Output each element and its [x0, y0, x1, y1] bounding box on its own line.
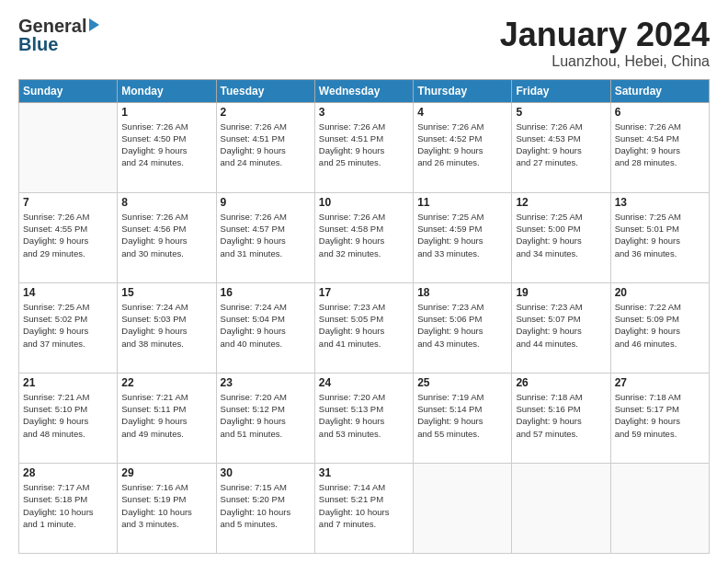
day-number: 10 [319, 196, 409, 209]
calendar-week-2: 7Sunrise: 7:26 AM Sunset: 4:55 PM Daylig… [19, 192, 710, 282]
day-number: 16 [221, 286, 311, 299]
day-info: Sunrise: 7:20 AM Sunset: 5:13 PM Dayligh… [319, 391, 409, 440]
calendar-title: January 2024 [500, 17, 710, 53]
calendar-cell: 27Sunrise: 7:18 AM Sunset: 5:17 PM Dayli… [610, 373, 709, 463]
calendar-cell: 20Sunrise: 7:22 AM Sunset: 5:09 PM Dayli… [610, 282, 709, 373]
calendar-header-row: SundayMondayTuesdayWednesdayThursdayFrid… [19, 79, 710, 102]
day-number: 14 [23, 286, 113, 299]
calendar-cell: 25Sunrise: 7:19 AM Sunset: 5:14 PM Dayli… [414, 373, 512, 463]
logo: General Blue [18, 17, 99, 53]
calendar-cell: 23Sunrise: 7:20 AM Sunset: 5:12 PM Dayli… [216, 373, 314, 463]
calendar-cell: 2Sunrise: 7:26 AM Sunset: 4:51 PM Daylig… [216, 102, 314, 192]
day-info: Sunrise: 7:26 AM Sunset: 4:58 PM Dayligh… [319, 211, 409, 259]
calendar-cell: 9Sunrise: 7:26 AM Sunset: 4:57 PM Daylig… [216, 192, 314, 282]
day-number: 8 [121, 196, 211, 209]
day-info: Sunrise: 7:21 AM Sunset: 5:11 PM Dayligh… [121, 391, 211, 440]
calendar-cell: 8Sunrise: 7:26 AM Sunset: 4:56 PM Daylig… [118, 192, 216, 282]
calendar-cell: 24Sunrise: 7:20 AM Sunset: 5:13 PM Dayli… [314, 373, 413, 463]
day-number: 13 [615, 196, 705, 209]
calendar-cell: 17Sunrise: 7:23 AM Sunset: 5:05 PM Dayli… [314, 282, 413, 373]
day-info: Sunrise: 7:23 AM Sunset: 5:07 PM Dayligh… [516, 301, 606, 350]
calendar-cell: 14Sunrise: 7:25 AM Sunset: 5:02 PM Dayli… [19, 282, 118, 373]
day-number: 7 [23, 196, 113, 209]
calendar-header-wednesday: Wednesday [314, 79, 413, 102]
day-info: Sunrise: 7:24 AM Sunset: 5:03 PM Dayligh… [121, 301, 211, 350]
day-info: Sunrise: 7:22 AM Sunset: 5:09 PM Dayligh… [615, 301, 705, 350]
calendar-cell [610, 463, 709, 553]
calendar-cell: 1Sunrise: 7:26 AM Sunset: 4:50 PM Daylig… [118, 102, 216, 192]
day-number: 3 [319, 106, 409, 119]
calendar-week-4: 21Sunrise: 7:21 AM Sunset: 5:10 PM Dayli… [19, 373, 710, 463]
calendar-cell: 13Sunrise: 7:25 AM Sunset: 5:01 PM Dayli… [610, 192, 709, 282]
calendar-header-sunday: Sunday [19, 79, 118, 102]
day-info: Sunrise: 7:26 AM Sunset: 4:53 PM Dayligh… [516, 121, 606, 169]
calendar-cell: 15Sunrise: 7:24 AM Sunset: 5:03 PM Dayli… [118, 282, 216, 373]
title-block: January 2024 Luanzhou, Hebei, China [500, 17, 710, 70]
calendar-header-tuesday: Tuesday [216, 79, 314, 102]
day-info: Sunrise: 7:25 AM Sunset: 5:02 PM Dayligh… [23, 301, 113, 350]
day-info: Sunrise: 7:23 AM Sunset: 5:05 PM Dayligh… [319, 301, 409, 350]
day-info: Sunrise: 7:26 AM Sunset: 4:56 PM Dayligh… [121, 211, 211, 259]
page: General Blue January 2024 Luanzhou, Hebe… [0, 0, 728, 563]
calendar-week-1: 1Sunrise: 7:26 AM Sunset: 4:50 PM Daylig… [19, 102, 710, 192]
day-info: Sunrise: 7:25 AM Sunset: 5:01 PM Dayligh… [615, 211, 705, 259]
day-info: Sunrise: 7:25 AM Sunset: 4:59 PM Dayligh… [417, 211, 507, 259]
day-number: 5 [516, 106, 606, 119]
day-number: 26 [516, 376, 606, 389]
calendar-header-monday: Monday [118, 79, 216, 102]
calendar-header-friday: Friday [512, 79, 610, 102]
day-info: Sunrise: 7:26 AM Sunset: 4:54 PM Dayligh… [615, 121, 705, 169]
calendar-cell: 28Sunrise: 7:17 AM Sunset: 5:18 PM Dayli… [19, 463, 118, 553]
calendar-table: SundayMondayTuesdayWednesdayThursdayFrid… [18, 79, 710, 554]
day-info: Sunrise: 7:26 AM Sunset: 4:57 PM Dayligh… [221, 211, 311, 259]
day-info: Sunrise: 7:21 AM Sunset: 5:10 PM Dayligh… [23, 391, 113, 440]
day-number: 31 [319, 466, 409, 479]
day-number: 22 [121, 376, 211, 389]
day-number: 12 [516, 196, 606, 209]
calendar-cell [19, 102, 118, 192]
calendar-cell: 26Sunrise: 7:18 AM Sunset: 5:16 PM Dayli… [512, 373, 610, 463]
calendar-cell: 11Sunrise: 7:25 AM Sunset: 4:59 PM Dayli… [414, 192, 512, 282]
day-number: 21 [23, 376, 113, 389]
calendar-cell: 5Sunrise: 7:26 AM Sunset: 4:53 PM Daylig… [512, 102, 610, 192]
day-number: 25 [417, 376, 507, 389]
day-info: Sunrise: 7:26 AM Sunset: 4:50 PM Dayligh… [121, 121, 211, 169]
logo-general: General [18, 17, 86, 35]
calendar-cell: 19Sunrise: 7:23 AM Sunset: 5:07 PM Dayli… [512, 282, 610, 373]
header: General Blue January 2024 Luanzhou, Hebe… [18, 17, 710, 70]
day-number: 28 [23, 466, 113, 479]
day-number: 15 [121, 286, 211, 299]
day-info: Sunrise: 7:18 AM Sunset: 5:16 PM Dayligh… [516, 391, 606, 440]
calendar-cell [414, 463, 512, 553]
day-info: Sunrise: 7:26 AM Sunset: 4:51 PM Dayligh… [319, 121, 409, 169]
day-number: 19 [516, 286, 606, 299]
day-number: 27 [615, 376, 705, 389]
day-number: 20 [615, 286, 705, 299]
logo-blue: Blue [18, 34, 58, 54]
day-info: Sunrise: 7:20 AM Sunset: 5:12 PM Dayligh… [221, 391, 311, 440]
day-number: 18 [417, 286, 507, 299]
day-number: 23 [221, 376, 311, 389]
calendar-cell: 30Sunrise: 7:15 AM Sunset: 5:20 PM Dayli… [216, 463, 314, 553]
day-number: 29 [121, 466, 211, 479]
day-number: 1 [121, 106, 211, 119]
calendar-cell: 7Sunrise: 7:26 AM Sunset: 4:55 PM Daylig… [19, 192, 118, 282]
calendar-cell: 3Sunrise: 7:26 AM Sunset: 4:51 PM Daylig… [314, 102, 413, 192]
day-number: 4 [417, 106, 507, 119]
calendar-week-3: 14Sunrise: 7:25 AM Sunset: 5:02 PM Dayli… [19, 282, 710, 373]
calendar-cell: 22Sunrise: 7:21 AM Sunset: 5:11 PM Dayli… [118, 373, 216, 463]
day-number: 9 [221, 196, 311, 209]
calendar-header-saturday: Saturday [610, 79, 709, 102]
day-number: 30 [221, 466, 311, 479]
day-info: Sunrise: 7:14 AM Sunset: 5:21 PM Dayligh… [319, 481, 409, 530]
calendar-cell: 6Sunrise: 7:26 AM Sunset: 4:54 PM Daylig… [610, 102, 709, 192]
day-info: Sunrise: 7:23 AM Sunset: 5:06 PM Dayligh… [417, 301, 507, 350]
day-info: Sunrise: 7:17 AM Sunset: 5:18 PM Dayligh… [23, 481, 113, 530]
day-info: Sunrise: 7:26 AM Sunset: 4:52 PM Dayligh… [417, 121, 507, 169]
day-info: Sunrise: 7:19 AM Sunset: 5:14 PM Dayligh… [417, 391, 507, 440]
day-number: 11 [417, 196, 507, 209]
day-info: Sunrise: 7:25 AM Sunset: 5:00 PM Dayligh… [516, 211, 606, 259]
day-info: Sunrise: 7:24 AM Sunset: 5:04 PM Dayligh… [221, 301, 311, 350]
calendar-cell: 12Sunrise: 7:25 AM Sunset: 5:00 PM Dayli… [512, 192, 610, 282]
calendar-week-5: 28Sunrise: 7:17 AM Sunset: 5:18 PM Dayli… [19, 463, 710, 553]
